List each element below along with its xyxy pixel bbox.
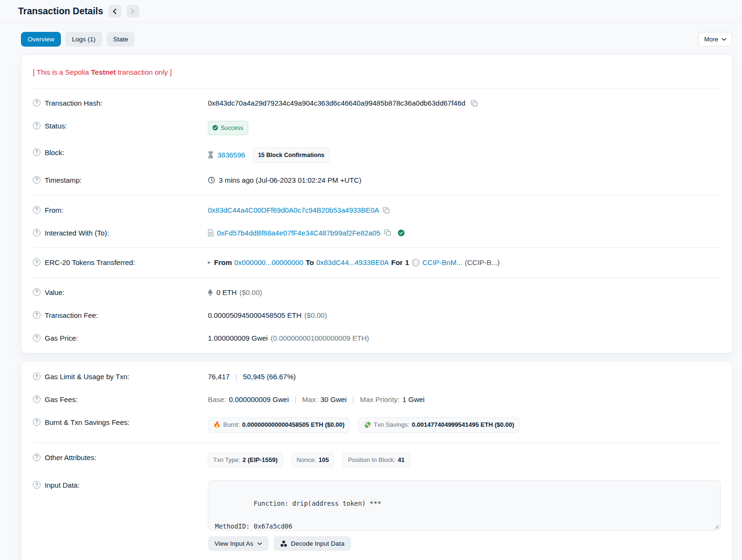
block-number-link[interactable]: 3836596	[217, 150, 245, 160]
row-transaction-hash: Transaction Hash: 0x843dc70a4a29d79234c4…	[33, 92, 721, 115]
erc20-to-address-link[interactable]: 0x83dC44...4933BE0A	[316, 257, 389, 268]
help-icon[interactable]	[33, 311, 40, 319]
base-fee-value: 0.000000009 Gwei	[229, 394, 289, 405]
value-usd: ($0.00)	[240, 287, 263, 298]
help-icon[interactable]	[33, 373, 40, 380]
input-data-actions: View Input As Decode Input Data	[208, 536, 721, 551]
chevron-left-icon	[113, 9, 117, 14]
chevron-right-icon	[131, 9, 135, 14]
erc20-from-address-link[interactable]: 0x000000...00000000	[234, 257, 303, 268]
gas-limit-value: 76,417	[208, 372, 230, 382]
row-from: From: 0x83dC44a4C00DFf69d0A0c7c94B20b53a…	[33, 199, 721, 222]
ethereum-icon	[208, 289, 213, 296]
check-circle-icon	[212, 125, 218, 131]
gas-price-amount: 1.000000009 Gwei	[208, 333, 268, 344]
txn-savings-value: 0.001477404999541495 ETH ($0.00)	[412, 421, 514, 430]
value-amount: 0 ETH	[216, 287, 237, 298]
position-in-block-label: Position In Block:	[348, 456, 395, 465]
tabs-row: Overview Logs (1) State More	[21, 32, 732, 47]
txn-type-value: 2 (EIP-1559)	[243, 456, 278, 465]
token-name-link[interactable]: CCIP-BnM...	[422, 257, 462, 268]
row-interacted-with: Interacted With (To): 0xFd57b4ddBf88a4e0…	[33, 222, 721, 245]
gas-usage-value: 50,945 (66.67%)	[243, 372, 296, 382]
transaction-hash-value: 0x843dc70a4a29d79234c49a904c363d6c46640a…	[208, 98, 465, 108]
max-fee-label: Max:	[302, 394, 318, 405]
help-icon[interactable]	[33, 334, 40, 342]
details-card: Gas Limit & Usage by Txn: 76,417 | 50,94…	[21, 361, 732, 560]
erc20-to-label: To	[306, 257, 314, 268]
erc20-amount: 1	[405, 257, 409, 268]
transaction-hash-label: Transaction Hash:	[45, 98, 102, 108]
timestamp-label: Timestamp:	[45, 175, 82, 186]
money-wings-icon: 💸	[363, 421, 371, 430]
previous-transaction-button[interactable]	[108, 5, 121, 18]
help-icon[interactable]	[33, 258, 40, 266]
help-icon[interactable]	[33, 99, 40, 107]
tab-logs[interactable]: Logs (1)	[65, 32, 102, 47]
divider	[33, 88, 721, 88]
copy-hash-button[interactable]	[470, 100, 478, 107]
transaction-fee-label: Transaction Fee:	[45, 310, 98, 321]
position-in-block-badge: Position In Block: 41	[342, 452, 410, 468]
help-icon[interactable]	[33, 148, 40, 156]
page-title: Transaction Details	[18, 6, 103, 17]
clock-icon	[208, 177, 215, 184]
testnet-notice-prefix: [ This is a Sepolia	[33, 68, 91, 76]
block-confirmations-badge: 15 Block Confirmations	[253, 147, 330, 163]
nonce-badge: Nonce: 105	[292, 452, 334, 468]
burnt-fees-badge: 🔥 Burnt: 0.000000000000458505 ETH ($0.00…	[208, 417, 350, 433]
help-icon[interactable]	[33, 229, 40, 236]
help-icon[interactable]	[33, 122, 40, 129]
position-in-block-value: 41	[398, 456, 404, 465]
copy-to-address-button[interactable]	[383, 229, 392, 236]
divider	[33, 442, 721, 443]
txn-type-badge: Txn Type: 2 (EIP-1559)	[208, 452, 283, 468]
gas-price-eth: (0.000000001000000009 ETH)	[271, 333, 369, 344]
gas-price-label: Gas Price:	[45, 333, 78, 344]
view-input-as-button[interactable]: View Input As	[208, 536, 269, 551]
verified-check-icon	[398, 229, 405, 236]
testnet-notice-bold: Testnet	[91, 68, 116, 76]
input-data-textarea[interactable]: Function: drip(address token) *** Method…	[208, 480, 721, 531]
row-gas-fees: Gas Fees: Base: 0.000000009 Gwei | Max: …	[33, 388, 721, 411]
block-label: Block:	[45, 147, 64, 158]
help-icon[interactable]	[33, 418, 40, 426]
to-address-link[interactable]: 0xFd57b4ddBf88a4e07fF4e34C487b99af2Fe82a…	[217, 228, 381, 238]
decode-input-data-label: Decode Input Data	[291, 540, 345, 547]
separator: |	[350, 394, 357, 405]
help-icon[interactable]	[33, 453, 40, 461]
copy-icon	[471, 100, 478, 107]
separator: |	[292, 394, 299, 405]
from-address-link[interactable]: 0x83dC44a4C00DFf69d0A0c7c94B20b53a4933BE…	[208, 205, 379, 216]
status-badge-label: Success	[221, 124, 243, 132]
help-icon[interactable]	[33, 206, 40, 214]
copy-from-address-button[interactable]	[382, 207, 391, 214]
base-fee-label: Base:	[208, 394, 226, 405]
help-icon[interactable]	[33, 481, 40, 489]
view-input-as-label: View Input As	[215, 540, 254, 547]
input-data-text: Function: drip(address token) *** Method…	[215, 500, 486, 531]
help-icon[interactable]	[33, 288, 40, 296]
next-transaction-button[interactable]	[127, 5, 139, 18]
row-burnt-savings: Burnt & Txn Savings Fees: 🔥 Burnt: 0.000…	[33, 411, 721, 439]
more-button-label: More	[704, 36, 718, 43]
page-header: Transaction Details	[0, 0, 742, 22]
tab-state[interactable]: State	[107, 32, 135, 47]
help-icon[interactable]	[33, 395, 40, 403]
decode-input-data-button[interactable]: Decode Input Data	[273, 536, 351, 551]
row-timestamp: Timestamp: 3 mins ago (Jul-06-2023 01:02…	[33, 169, 721, 192]
transaction-fee-amount: 0.000050945000458505 ETH	[208, 310, 302, 321]
chevron-down-icon	[722, 38, 726, 41]
status-badge: Success	[208, 121, 248, 135]
more-button[interactable]: More	[698, 32, 732, 47]
value-label: Value:	[45, 287, 64, 298]
erc20-transfers-label: ERC-20 Tokens Transferred:	[45, 257, 135, 268]
caret-right-icon: ▸	[208, 258, 211, 266]
max-fee-value: 30 Gwei	[321, 394, 347, 405]
copy-icon	[383, 207, 390, 214]
tab-overview[interactable]: Overview	[21, 32, 61, 47]
help-icon[interactable]	[33, 176, 40, 184]
max-priority-fee-value: 1 Gwei	[402, 394, 425, 405]
resize-handle[interactable]	[714, 524, 719, 529]
transaction-fee-usd: ($0.00)	[304, 310, 327, 321]
